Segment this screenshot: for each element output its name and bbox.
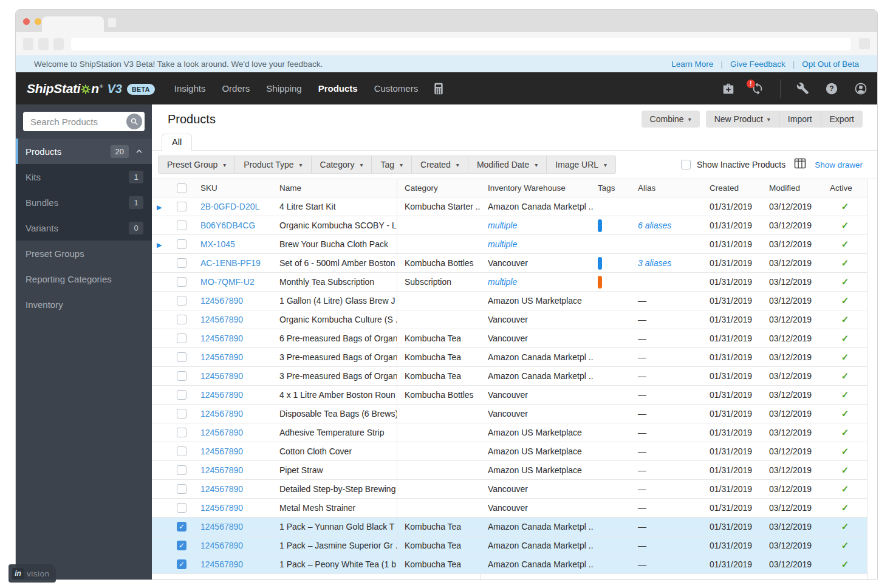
- row-checkbox[interactable]: [177, 315, 186, 324]
- row-checkbox[interactable]: [177, 258, 186, 268]
- window-close-button[interactable]: [23, 18, 30, 25]
- expand-row-icon[interactable]: ▶: [157, 241, 162, 248]
- sku-link[interactable]: 124567890: [200, 465, 243, 475]
- sku-link[interactable]: 124567890: [200, 352, 243, 362]
- banner-link-learn-more[interactable]: Learn More: [671, 60, 713, 69]
- row-checkbox[interactable]: [177, 371, 186, 381]
- row-checkbox[interactable]: [177, 503, 186, 513]
- sku-link[interactable]: 124567890: [200, 522, 243, 532]
- sidebar-item-reporting-categories[interactable]: Reporting Categories: [16, 266, 152, 292]
- active-check-icon: ✓: [841, 239, 849, 249]
- sku-link[interactable]: 124567890: [200, 428, 243, 437]
- rate-calculator-icon[interactable]: [433, 82, 445, 95]
- sidebar-item-products[interactable]: Products 20: [16, 138, 152, 164]
- show-inactive-checkbox[interactable]: [681, 160, 691, 169]
- sku-link[interactable]: MX-1045: [200, 239, 235, 249]
- nav-item-shipping[interactable]: Shipping: [266, 83, 301, 94]
- account-icon[interactable]: [854, 82, 867, 95]
- new-tab-button[interactable]: [108, 18, 116, 27]
- sku-link[interactable]: MO-7QMF-U2: [200, 277, 255, 287]
- shipstation-logo[interactable]: ShipStatin® V3 BETA: [27, 81, 155, 96]
- sidebar-item-variants[interactable]: Variants0: [16, 215, 152, 241]
- browser-forward-button[interactable]: [38, 38, 49, 50]
- row-checkbox[interactable]: [177, 202, 186, 211]
- settings-wrench-icon[interactable]: [796, 82, 809, 95]
- sku-link[interactable]: 2B-0GFD-D20L: [200, 202, 259, 211]
- row-checkbox[interactable]: [177, 428, 186, 437]
- address-bar[interactable]: [71, 38, 850, 50]
- tag-pill-blue[interactable]: [598, 257, 602, 270]
- browser-reload-button[interactable]: [53, 38, 64, 50]
- new-product-button[interactable]: New Product ▾: [706, 111, 779, 128]
- sku-link[interactable]: 124567890: [200, 559, 243, 569]
- row-checkbox[interactable]: [177, 296, 186, 306]
- sku-cell: 124567890: [193, 371, 272, 381]
- select-all-checkbox[interactable]: [177, 183, 186, 193]
- row-checkbox[interactable]: [177, 277, 186, 287]
- import-button[interactable]: Import: [779, 111, 821, 128]
- filter-preset-group[interactable]: Preset Group▾: [159, 156, 235, 173]
- sidebar-item-bundles[interactable]: Bundles1: [16, 190, 152, 215]
- sidebar-item-preset-groups[interactable]: Preset Groups: [16, 241, 152, 266]
- sku-link[interactable]: 124567890: [200, 503, 243, 513]
- row-checkbox[interactable]: [177, 484, 186, 494]
- export-button[interactable]: Export: [821, 111, 863, 128]
- nav-item-products[interactable]: Products: [318, 83, 358, 94]
- banner-link-opt-out-of-beta[interactable]: Opt Out of Beta: [802, 60, 859, 69]
- sidebar-item-inventory[interactable]: Inventory: [16, 292, 152, 317]
- columns-icon[interactable]: [794, 158, 806, 172]
- app-store-icon[interactable]: [722, 82, 735, 95]
- row-checkbox[interactable]: [177, 465, 186, 475]
- row-checkbox[interactable]: [177, 446, 186, 456]
- alias-link[interactable]: 6 aliases: [638, 220, 671, 230]
- row-checkbox[interactable]: [177, 333, 186, 343]
- sku-link[interactable]: 124567890: [200, 409, 243, 419]
- show-drawer-link[interactable]: Show drawer: [815, 160, 863, 169]
- banner-link-give-feedback[interactable]: Give Feedback: [730, 60, 785, 69]
- nav-item-insights[interactable]: Insights: [174, 83, 206, 94]
- filter-category[interactable]: Category▾: [312, 156, 372, 173]
- sku-link[interactable]: 124567890: [200, 541, 243, 550]
- row-checkbox[interactable]: [177, 352, 186, 362]
- row-checkbox[interactable]: ✓: [177, 522, 186, 532]
- sku-link[interactable]: 124567890: [200, 390, 243, 400]
- sku-link[interactable]: B06Y6DB4CG: [200, 220, 255, 230]
- browser-tab[interactable]: [42, 16, 104, 32]
- chevron-up-icon[interactable]: [135, 147, 143, 156]
- row-checkbox[interactable]: ✓: [177, 559, 186, 569]
- sku-link[interactable]: 124567890: [200, 371, 243, 381]
- search-icon[interactable]: [126, 114, 142, 129]
- sidebar-item-kits[interactable]: Kits1: [16, 164, 152, 190]
- sync-alert-icon[interactable]: !: [751, 82, 764, 95]
- row-checkbox[interactable]: [177, 409, 186, 419]
- tag-pill-blue[interactable]: [598, 219, 602, 232]
- sku-link[interactable]: 124567890: [200, 333, 243, 343]
- filter-image-url[interactable]: Image URL▾: [547, 156, 615, 173]
- browser-back-button[interactable]: [23, 38, 33, 50]
- row-checkbox[interactable]: [177, 220, 186, 230]
- browser-menu-button[interactable]: [859, 38, 870, 49]
- sku-link[interactable]: AC-1ENB-PF19: [200, 258, 261, 268]
- filter-tag[interactable]: Tag▾: [372, 156, 412, 173]
- sku-link[interactable]: 124567890: [200, 315, 243, 324]
- row-checkbox[interactable]: [177, 239, 186, 249]
- alias-link[interactable]: 3 aliases: [638, 258, 671, 268]
- nav-item-orders[interactable]: Orders: [222, 83, 250, 94]
- nav-item-customers[interactable]: Customers: [374, 83, 419, 94]
- window-minimize-button[interactable]: [35, 18, 41, 25]
- sku-link[interactable]: 124567890: [200, 296, 243, 306]
- active-check-icon: ✓: [841, 540, 849, 550]
- tag-pill-orange[interactable]: [598, 276, 602, 289]
- row-checkbox[interactable]: [177, 390, 186, 400]
- help-icon[interactable]: ?: [825, 82, 838, 95]
- combine-button[interactable]: Combine ▾: [642, 111, 700, 128]
- tab-all[interactable]: All: [162, 134, 192, 151]
- sku-link[interactable]: 124567890: [200, 484, 243, 494]
- filter-product-type[interactable]: Product Type▾: [235, 156, 311, 173]
- sku-link[interactable]: 124567890: [200, 446, 243, 456]
- filter-created[interactable]: Created▾: [412, 156, 468, 173]
- row-checkbox[interactable]: ✓: [177, 541, 186, 550]
- expand-row-icon[interactable]: ▶: [157, 203, 162, 211]
- filter-modified-date[interactable]: Modified Date▾: [468, 156, 547, 173]
- category-cell: Kombucha Bottles: [397, 386, 481, 404]
